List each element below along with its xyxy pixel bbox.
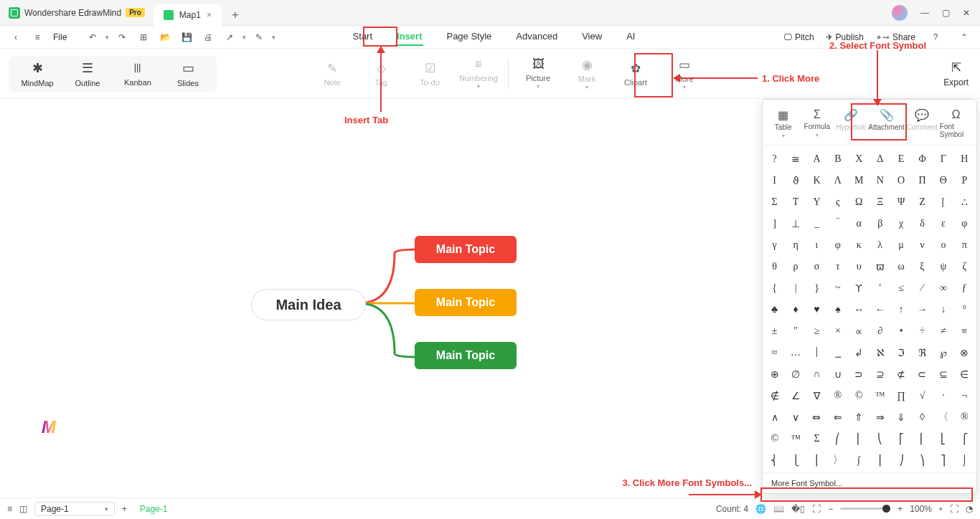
symbol-cell[interactable]: ∏ (890, 385, 911, 406)
page-selector[interactable]: Page-1▾ (34, 502, 115, 516)
symbol-cell[interactable]: ρ (785, 256, 806, 277)
symbol-cell[interactable]: ϖ (870, 256, 890, 277)
tool-more[interactable]: ▭More (662, 57, 707, 90)
symbol-cell[interactable]: ≥ (806, 320, 827, 342)
symbol-cell[interactable]: ? (764, 148, 785, 170)
tab-advanced[interactable]: Advanced (514, 28, 559, 46)
symbol-cell[interactable]: ⏐ (806, 342, 827, 363)
collapse-ribbon-icon[interactable]: ⌃ (956, 29, 973, 46)
redo-icon[interactable]: ↷ (113, 29, 131, 46)
symbol-cell[interactable]: ♣ (764, 299, 785, 320)
symbol-cell[interactable]: ⎨ (764, 449, 785, 471)
symbol-cell[interactable]: } (806, 277, 827, 299)
zoom-slider[interactable] (840, 508, 890, 510)
symbol-cell[interactable]: ← (870, 299, 890, 320)
save-icon[interactable]: 💾 (178, 29, 195, 46)
symbol-cell[interactable]: Ω (849, 191, 870, 213)
globe-icon[interactable]: 🌐 (755, 504, 766, 514)
user-avatar[interactable] (892, 5, 908, 21)
symbol-cell[interactable]: ¬ (954, 385, 975, 406)
symbol-cell[interactable]: ‾ (827, 213, 848, 234)
symbol-cell[interactable]: ° (954, 299, 975, 320)
symbol-cell[interactable]: Γ (933, 148, 953, 170)
symbol-cell[interactable]: _ (806, 213, 827, 234)
symbol-cell[interactable]: ξ (912, 256, 933, 277)
symbol-cell[interactable]: ⎪ (806, 449, 827, 471)
mp-comment[interactable]: 💬Comment (906, 105, 938, 145)
symbol-cell[interactable]: γ (764, 234, 785, 256)
symbol-cell[interactable]: ♠ (827, 299, 848, 320)
maximize-icon[interactable]: ▢ (942, 8, 950, 18)
tab-ai[interactable]: AI (625, 28, 636, 46)
tool-clipart[interactable]: ✿Clipart (613, 61, 658, 87)
tab-insert[interactable]: Insert (395, 28, 423, 46)
symbol-cell[interactable]: Α (806, 148, 827, 170)
symbol-cell[interactable]: 〉 (827, 449, 848, 471)
symbol-cell[interactable]: ↓ (933, 299, 953, 320)
symbol-cell[interactable]: ω (890, 256, 911, 277)
symbol-cell[interactable]: θ (764, 256, 785, 277)
symbol-cell[interactable]: ⎢ (912, 428, 933, 449)
symbol-cell[interactable]: ϒ (849, 277, 870, 299)
more-font-symbol-link[interactable]: More Font Symbol... (763, 472, 976, 493)
mp-table[interactable]: ▦Table (767, 105, 799, 145)
symbol-cell[interactable]: μ (890, 234, 911, 256)
symbol-cell[interactable]: Μ (849, 170, 870, 191)
symbol-cell[interactable]: ÷ (912, 320, 933, 342)
view-fit-icon[interactable]: �▯ (791, 504, 805, 514)
symbol-cell[interactable]: ⊇ (870, 363, 890, 385)
symbol-cell[interactable]: → (912, 299, 933, 320)
symbol-cell[interactable]: Υ (806, 191, 827, 213)
symbol-cell[interactable]: ⊕ (764, 363, 785, 385)
symbol-cell[interactable]: τ (827, 256, 848, 277)
symbol-cell[interactable]: ⎜ (849, 428, 870, 449)
symbol-cell[interactable]: ∇ (806, 385, 827, 406)
export-q-icon[interactable]: ↗ (221, 29, 238, 46)
tool-numbering[interactable]: ≡Numbering (456, 57, 501, 90)
symbol-cell[interactable]: ⊗ (954, 342, 975, 363)
node-main-idea[interactable]: Main Idea (251, 289, 366, 320)
symbol-cell[interactable]: ⊂ (912, 363, 933, 385)
symbol-cell[interactable]: ψ (933, 256, 953, 277)
zoom-in-icon[interactable]: + (897, 504, 903, 514)
symbol-cell[interactable]: √ (912, 385, 933, 406)
symbol-cell[interactable]: ∩ (806, 363, 827, 385)
symbol-cell[interactable]: ⌡ (954, 449, 975, 471)
symbol-cell[interactable]: ℜ (912, 342, 933, 363)
node-topic-1[interactable]: Main Topic (415, 236, 517, 263)
symbol-cell[interactable]: ℑ (890, 342, 911, 363)
symbol-cell[interactable]: Λ (827, 170, 848, 191)
symbol-cell[interactable]: ⊃ (849, 363, 870, 385)
symbol-cell[interactable]: Ψ (890, 191, 911, 213)
symbol-cell[interactable]: Ξ (870, 191, 890, 213)
symbol-cell[interactable]: Φ (912, 148, 933, 170)
page-tab[interactable]: Page-1 (134, 503, 174, 515)
symbol-cell[interactable]: κ (849, 234, 870, 256)
symbol-cell[interactable]: ≅ (785, 148, 806, 170)
symbol-cell[interactable]: ™ (870, 385, 890, 406)
symbol-cell[interactable]: Τ (785, 191, 806, 213)
tool-mark[interactable]: ◉Mark (565, 57, 609, 90)
symbol-cell[interactable]: ◊ (912, 406, 933, 428)
view-kanban[interactable]: ⫼Kanban (119, 60, 156, 87)
symbol-cell[interactable]: ⇐ (827, 406, 848, 428)
symbol-cell[interactable]: υ (849, 256, 870, 277)
symbol-cell[interactable]: ∈ (954, 363, 975, 385)
tab-page-style[interactable]: Page Style (445, 28, 493, 46)
symbol-cell[interactable]: © (849, 385, 870, 406)
mp-font-symbol[interactable]: ΩFont Symbol (940, 105, 972, 145)
symbol-cell[interactable]: ∪ (827, 363, 848, 385)
symbol-cell[interactable]: [ (933, 191, 953, 213)
mp-attachment[interactable]: 📎Attachment (869, 105, 905, 145)
tab-start[interactable]: Start (352, 28, 374, 46)
symbol-cell[interactable]: ℵ (870, 342, 890, 363)
symbol-cell[interactable]: ∧ (764, 406, 785, 428)
publish-button[interactable]: ✈Publish (826, 32, 864, 42)
symbol-cell[interactable]: ″ (785, 320, 806, 342)
symbol-cell[interactable]: ™ (785, 428, 806, 449)
symbol-cell[interactable]: ο (933, 234, 953, 256)
back-icon[interactable]: ‹ (7, 29, 24, 46)
symbol-cell[interactable]: ′ (870, 277, 890, 299)
panel-icon[interactable]: ◫ (19, 504, 27, 514)
layers-icon[interactable]: ≡ (7, 504, 12, 514)
